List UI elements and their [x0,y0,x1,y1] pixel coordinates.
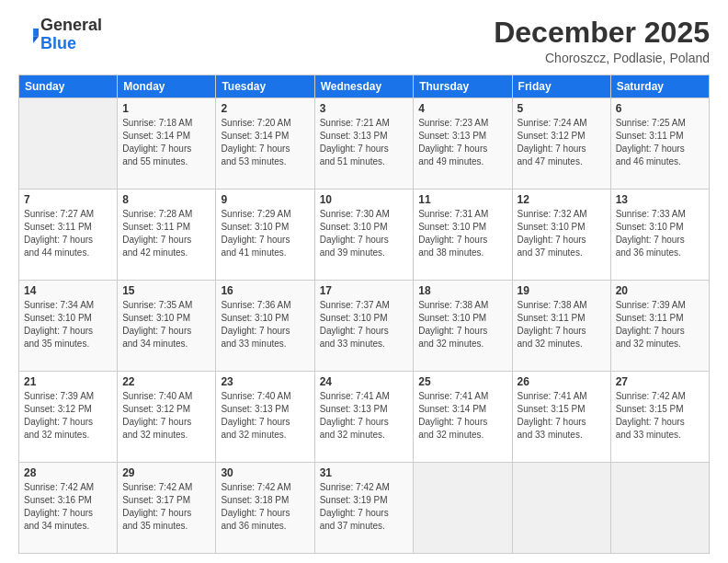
calendar-cell: 26Sunrise: 7:41 AMSunset: 3:15 PMDayligh… [512,372,610,463]
calendar-cell: 8Sunrise: 7:28 AMSunset: 3:11 PMDaylight… [118,190,216,281]
day-number: 9 [221,193,309,206]
day-number: 23 [221,375,309,388]
day-number: 18 [418,284,506,297]
day-info: Sunrise: 7:37 AMSunset: 3:10 PMDaylight:… [320,299,409,350]
calendar-cell: 9Sunrise: 7:29 AMSunset: 3:10 PMDaylight… [216,190,314,281]
day-number: 11 [418,193,506,206]
day-number: 24 [320,375,409,388]
day-number: 2 [221,102,309,115]
calendar-week-row: 7Sunrise: 7:27 AMSunset: 3:11 PMDaylight… [19,190,710,281]
header: General Blue December 2025 Choroszcz, Po… [18,17,710,65]
day-info: Sunrise: 7:41 AMSunset: 3:14 PMDaylight:… [418,390,506,442]
calendar-cell: 28Sunrise: 7:42 AMSunset: 3:16 PMDayligh… [19,463,118,554]
calendar-cell: 1Sunrise: 7:18 AMSunset: 3:14 PMDaylight… [118,98,216,190]
day-number: 12 [518,193,606,206]
day-info: Sunrise: 7:42 AMSunset: 3:18 PMDaylight:… [221,481,309,533]
day-info: Sunrise: 7:42 AMSunset: 3:19 PMDaylight:… [320,481,409,533]
calendar-cell [512,463,610,554]
logo-text: General Blue [40,17,102,53]
day-of-week-header: Sunday [19,75,118,98]
calendar-table: SundayMondayTuesdayWednesdayThursdayFrid… [18,75,710,554]
calendar-week-row: 14Sunrise: 7:34 AMSunset: 3:10 PMDayligh… [19,281,710,372]
day-number: 19 [518,284,606,297]
day-number: 5 [518,102,606,115]
day-info: Sunrise: 7:41 AMSunset: 3:15 PMDaylight:… [518,390,606,442]
day-number: 3 [320,102,409,115]
calendar-cell: 12Sunrise: 7:32 AMSunset: 3:10 PMDayligh… [512,190,610,281]
calendar-cell [610,463,709,554]
calendar-cell: 20Sunrise: 7:39 AMSunset: 3:11 PMDayligh… [610,281,709,372]
calendar-cell: 11Sunrise: 7:31 AMSunset: 3:10 PMDayligh… [414,190,512,281]
day-info: Sunrise: 7:42 AMSunset: 3:17 PMDaylight:… [122,481,210,533]
calendar-week-row: 21Sunrise: 7:39 AMSunset: 3:12 PMDayligh… [19,372,710,463]
day-number: 4 [418,102,506,115]
calendar-week-row: 1Sunrise: 7:18 AMSunset: 3:14 PMDaylight… [19,98,710,190]
calendar-cell: 21Sunrise: 7:39 AMSunset: 3:12 PMDayligh… [19,372,118,463]
calendar-cell: 18Sunrise: 7:38 AMSunset: 3:10 PMDayligh… [414,281,512,372]
day-info: Sunrise: 7:20 AMSunset: 3:14 PMDaylight:… [221,117,309,168]
calendar-cell: 24Sunrise: 7:41 AMSunset: 3:13 PMDayligh… [314,372,414,463]
day-number: 25 [418,375,506,388]
calendar-cell: 7Sunrise: 7:27 AMSunset: 3:11 PMDaylight… [19,190,118,281]
svg-marker-0 [33,29,39,37]
calendar-cell: 5Sunrise: 7:24 AMSunset: 3:12 PMDaylight… [512,98,610,190]
calendar-cell: 3Sunrise: 7:21 AMSunset: 3:13 PMDaylight… [314,98,414,190]
day-number: 7 [24,193,112,206]
day-info: Sunrise: 7:42 AMSunset: 3:16 PMDaylight:… [24,481,112,533]
day-number: 31 [320,466,409,479]
day-info: Sunrise: 7:39 AMSunset: 3:12 PMDaylight:… [24,390,112,442]
calendar-cell: 22Sunrise: 7:40 AMSunset: 3:12 PMDayligh… [118,372,216,463]
day-info: Sunrise: 7:30 AMSunset: 3:10 PMDaylight:… [320,208,409,259]
day-info: Sunrise: 7:39 AMSunset: 3:11 PMDaylight:… [616,299,704,350]
calendar-cell [19,98,118,190]
logo: General Blue [18,17,102,53]
calendar-cell: 10Sunrise: 7:30 AMSunset: 3:10 PMDayligh… [314,190,414,281]
calendar-cell: 2Sunrise: 7:20 AMSunset: 3:14 PMDaylight… [216,98,314,190]
calendar-cell: 16Sunrise: 7:36 AMSunset: 3:10 PMDayligh… [216,281,314,372]
svg-marker-1 [33,37,39,43]
day-number: 17 [320,284,409,297]
calendar-cell: 25Sunrise: 7:41 AMSunset: 3:14 PMDayligh… [414,372,512,463]
calendar-cell: 23Sunrise: 7:40 AMSunset: 3:13 PMDayligh… [216,372,314,463]
logo-icon [18,26,39,46]
day-of-week-header: Wednesday [314,75,414,98]
calendar-cell: 14Sunrise: 7:34 AMSunset: 3:10 PMDayligh… [19,281,118,372]
day-of-week-header: Saturday [610,75,709,98]
calendar-cell: 19Sunrise: 7:38 AMSunset: 3:11 PMDayligh… [512,281,610,372]
day-info: Sunrise: 7:18 AMSunset: 3:14 PMDaylight:… [122,117,210,168]
day-info: Sunrise: 7:29 AMSunset: 3:10 PMDaylight:… [221,208,309,259]
day-info: Sunrise: 7:27 AMSunset: 3:11 PMDaylight:… [24,208,112,259]
day-number: 14 [24,284,112,297]
day-info: Sunrise: 7:40 AMSunset: 3:13 PMDaylight:… [221,390,309,442]
day-number: 21 [24,375,112,388]
day-info: Sunrise: 7:34 AMSunset: 3:10 PMDaylight:… [24,299,112,350]
day-number: 8 [122,193,210,206]
day-info: Sunrise: 7:24 AMSunset: 3:12 PMDaylight:… [518,117,606,168]
day-number: 30 [221,466,309,479]
page: General Blue December 2025 Choroszcz, Po… [0,0,728,563]
day-info: Sunrise: 7:21 AMSunset: 3:13 PMDaylight:… [320,117,409,168]
calendar-cell: 30Sunrise: 7:42 AMSunset: 3:18 PMDayligh… [216,463,314,554]
day-of-week-header: Friday [512,75,610,98]
day-info: Sunrise: 7:23 AMSunset: 3:13 PMDaylight:… [418,117,506,168]
day-of-week-header: Tuesday [216,75,314,98]
month-title: December 2025 [494,17,710,49]
calendar-cell: 31Sunrise: 7:42 AMSunset: 3:19 PMDayligh… [314,463,414,554]
calendar-cell [414,463,512,554]
day-number: 10 [320,193,409,206]
title-block: December 2025 Choroszcz, Podlasie, Polan… [494,17,710,65]
day-number: 20 [616,284,704,297]
day-of-week-header: Monday [118,75,216,98]
day-info: Sunrise: 7:40 AMSunset: 3:12 PMDaylight:… [122,390,210,442]
day-number: 1 [122,102,210,115]
calendar-cell: 29Sunrise: 7:42 AMSunset: 3:17 PMDayligh… [118,463,216,554]
calendar-cell: 13Sunrise: 7:33 AMSunset: 3:10 PMDayligh… [610,190,709,281]
day-info: Sunrise: 7:33 AMSunset: 3:10 PMDaylight:… [616,208,704,259]
day-number: 6 [616,102,704,115]
day-info: Sunrise: 7:32 AMSunset: 3:10 PMDaylight:… [518,208,606,259]
day-number: 22 [122,375,210,388]
calendar-header-row: SundayMondayTuesdayWednesdayThursdayFrid… [19,75,710,98]
subtitle: Choroszcz, Podlasie, Poland [494,51,710,65]
day-of-week-header: Thursday [414,75,512,98]
day-info: Sunrise: 7:35 AMSunset: 3:10 PMDaylight:… [122,299,210,350]
